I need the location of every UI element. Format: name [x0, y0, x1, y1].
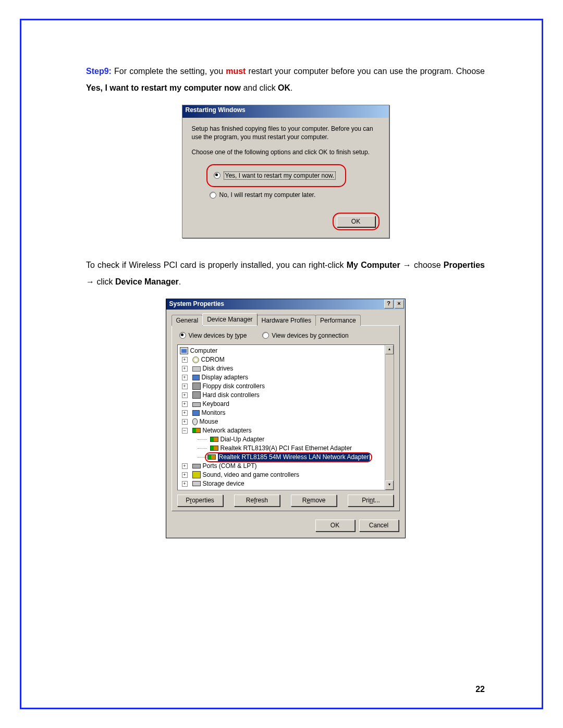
page-number: 22 [475, 685, 485, 694]
device-manager-panel: View devices by type View devices by con… [172, 325, 400, 511]
bold-text: Device Manager [115, 277, 179, 286]
step-label: Step9: [86, 67, 112, 76]
dialog-footer: OK Cancel [166, 515, 405, 538]
radio-icon [179, 332, 186, 339]
radio-label: Yes, I want to restart my computer now. [224, 171, 336, 180]
tab-performance[interactable]: Performance [315, 315, 361, 325]
radio-icon [210, 192, 216, 199]
tree-item[interactable]: +Display adapters [182, 373, 383, 382]
check-install-paragraph: To check if Wireless PCI card is properl… [86, 257, 485, 290]
vertical-scrollbar[interactable]: ▴ ▾ [385, 345, 394, 490]
remove-button[interactable]: Remove [291, 495, 337, 507]
bold-text: My Computer [347, 261, 400, 269]
expand-icon[interactable]: + [182, 472, 188, 478]
tree-item-network[interactable]: –Network adapters [182, 426, 383, 435]
ports-icon [192, 464, 201, 468]
page-content: Step9: For complete the setting, you mus… [86, 55, 485, 681]
tree-body: Computer +CDROM +Disk drives +Display ad… [178, 345, 385, 490]
label: View devices by type [189, 332, 247, 339]
tree-subitem[interactable]: Dial-Up Adapter [198, 435, 383, 444]
tree-item[interactable]: +Sound, video and game controllers [182, 471, 383, 479]
tab-device-manager[interactable]: Device Manager [202, 313, 257, 325]
view-by-type[interactable]: View devices by type [179, 332, 247, 339]
ok-button[interactable]: OK [315, 520, 355, 532]
tree-item-truncated: +Custom devices [182, 488, 383, 490]
help-button[interactable]: ? [384, 300, 394, 309]
text: restart your computer before you can use… [246, 67, 485, 76]
cdrom-icon [192, 356, 199, 363]
tree-item[interactable]: +Storage device [182, 479, 383, 488]
document-page: Step9: For complete the setting, you mus… [0, 0, 563, 728]
adapter-icon [210, 437, 218, 442]
bold-text: Properties [444, 261, 485, 269]
tree-item[interactable]: +Keyboard [182, 400, 383, 409]
expand-icon[interactable]: + [182, 375, 188, 380]
expand-icon[interactable]: + [182, 384, 188, 389]
text: → click [86, 277, 115, 286]
radio-icon [214, 172, 221, 179]
tree-item[interactable]: +Ports (COM & LPT) [182, 462, 383, 471]
tree-line [198, 448, 207, 449]
expand-icon[interactable]: + [182, 392, 188, 398]
tree-root-computer[interactable]: Computer [180, 347, 383, 355]
expand-icon[interactable]: + [182, 481, 188, 487]
tree-item[interactable]: +CDROM [182, 355, 383, 364]
text: → choose [400, 261, 444, 269]
dialog-body: Setup has finished copying files to your… [182, 118, 389, 211]
panel-button-row: Properties Refresh Remove Print... [177, 495, 394, 507]
radio-label: No, I will restart my computer later. [219, 191, 316, 199]
expand-icon[interactable]: + [182, 357, 188, 363]
tree-item[interactable]: +Disk drives [182, 364, 383, 373]
text: . [179, 277, 181, 286]
computer-icon [180, 347, 188, 354]
storage-icon [192, 481, 201, 486]
view-mode-row: View devices by type View devices by con… [179, 332, 392, 339]
radio-yes-row[interactable]: Yes, I want to restart my computer now. [214, 171, 339, 180]
drive-icon [192, 366, 201, 372]
collapse-icon[interactable]: – [182, 428, 188, 434]
tree-item[interactable]: +Monitors [182, 409, 383, 417]
titlebar-buttons: ? × [384, 300, 404, 309]
tree-subitem[interactable]: Realtek RTL8139(A) PCI Fast Ethernet Ada… [198, 444, 383, 453]
text: . [290, 83, 292, 92]
ok-button[interactable]: OK [337, 216, 375, 227]
scroll-down-button[interactable]: ▾ [385, 480, 394, 490]
expand-icon[interactable]: + [182, 401, 188, 407]
tree-subitem-highlighted[interactable]: Realtek RTL8185 54M Wireless LAN Network… [198, 453, 383, 462]
dialog-titlebar[interactable]: System Properties ? × [166, 299, 405, 310]
device-tree[interactable]: Computer +CDROM +Disk drives +Display ad… [177, 344, 394, 490]
tab-hardware-profiles[interactable]: Hardware Profiles [257, 315, 316, 325]
refresh-button[interactable]: Refresh [234, 495, 280, 507]
keyboard-icon [192, 402, 201, 407]
expand-icon[interactable]: + [182, 410, 188, 416]
tree-item[interactable]: +Hard disk controllers [182, 391, 383, 400]
tab-general[interactable]: General [172, 315, 203, 325]
restart-dialog: Restarting Windows Setup has finished co… [182, 105, 389, 238]
close-button[interactable]: × [395, 300, 404, 309]
cancel-button[interactable]: Cancel [359, 520, 399, 532]
controller-icon [192, 382, 201, 390]
dialog-button-row: OK [182, 211, 389, 238]
print-button[interactable]: Print... [348, 495, 394, 507]
scroll-up-button[interactable]: ▴ [385, 345, 394, 354]
system-properties-dialog: System Properties ? × General Device Man… [166, 299, 406, 538]
radio-no-row[interactable]: No, I will restart my computer later. [210, 191, 380, 199]
tree-item[interactable]: +Floppy disk controllers [182, 382, 383, 391]
view-by-connection[interactable]: View devices by connection [262, 332, 348, 339]
display-icon [192, 375, 200, 380]
sound-icon [192, 471, 201, 478]
tree-line [198, 439, 207, 440]
network-icon [192, 428, 201, 433]
dialog-titlebar[interactable]: Restarting Windows [182, 105, 389, 118]
controller-icon [192, 391, 201, 399]
expand-icon[interactable]: + [182, 366, 188, 372]
ok-highlight: OK [333, 213, 380, 230]
expand-icon[interactable]: + [182, 463, 188, 469]
text: To check if Wireless PCI card is properl… [86, 261, 347, 269]
label: View devices by connection [272, 332, 348, 339]
dialog-title: Restarting Windows [186, 106, 246, 114]
expand-icon[interactable]: + [182, 419, 188, 425]
properties-button[interactable]: Properties [177, 495, 223, 507]
dialog-text: Setup has finished copying files to your… [192, 125, 380, 141]
tree-item[interactable]: +Mouse [182, 417, 383, 426]
